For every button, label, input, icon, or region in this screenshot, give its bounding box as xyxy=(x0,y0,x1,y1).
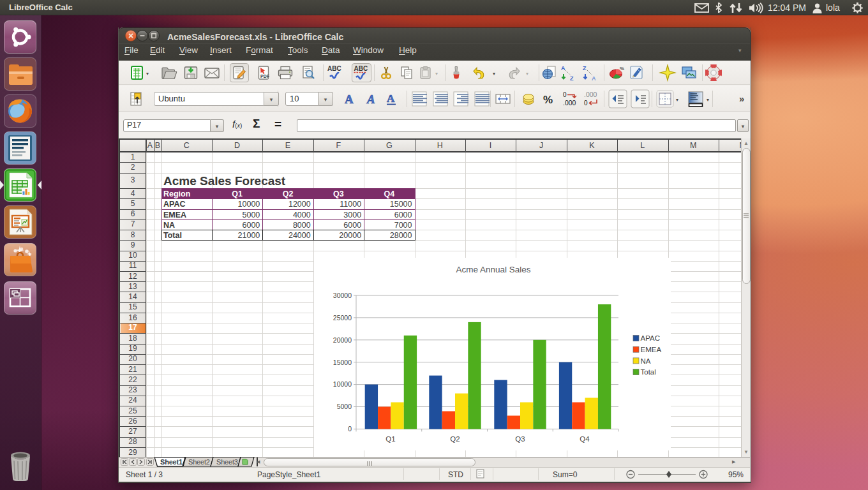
svg-text:20000: 20000 xyxy=(333,336,352,344)
svg-text:Q2: Q2 xyxy=(450,435,460,443)
svg-text:10000: 10000 xyxy=(333,380,352,388)
svg-text:Acme Annual Sales: Acme Annual Sales xyxy=(456,265,530,274)
svg-text:NA: NA xyxy=(641,357,651,365)
svg-text:0: 0 xyxy=(584,100,588,107)
svg-text:Q4: Q4 xyxy=(580,435,590,443)
svg-text:.000: .000 xyxy=(563,99,576,107)
svg-text:Q1: Q1 xyxy=(385,435,395,443)
svg-text:30000: 30000 xyxy=(333,292,352,299)
svg-text:A: A xyxy=(561,65,565,71)
svg-text:APAC: APAC xyxy=(641,334,660,342)
svg-text:A: A xyxy=(387,93,395,105)
svg-text:EMEA: EMEA xyxy=(641,346,662,353)
svg-text:ABC: ABC xyxy=(327,65,341,72)
svg-text:%: % xyxy=(543,94,553,106)
svg-text:Z: Z xyxy=(583,65,587,71)
svg-text:PDF: PDF xyxy=(260,74,270,78)
svg-text:ABC: ABC xyxy=(354,65,368,72)
svg-text:Total: Total xyxy=(641,368,656,376)
svg-text:A: A xyxy=(592,75,596,81)
svg-text:A: A xyxy=(345,93,354,106)
svg-text:0: 0 xyxy=(348,425,352,433)
svg-text:15000: 15000 xyxy=(333,359,352,366)
svg-text:25000: 25000 xyxy=(333,314,352,322)
svg-text:Q3: Q3 xyxy=(515,435,525,443)
svg-text:%: % xyxy=(620,66,624,71)
svg-text:5000: 5000 xyxy=(337,403,352,410)
svg-text:.000: .000 xyxy=(584,91,597,98)
svg-text:Z: Z xyxy=(570,75,574,81)
svg-text:A: A xyxy=(366,93,375,106)
svg-text:0: 0 xyxy=(563,91,567,98)
